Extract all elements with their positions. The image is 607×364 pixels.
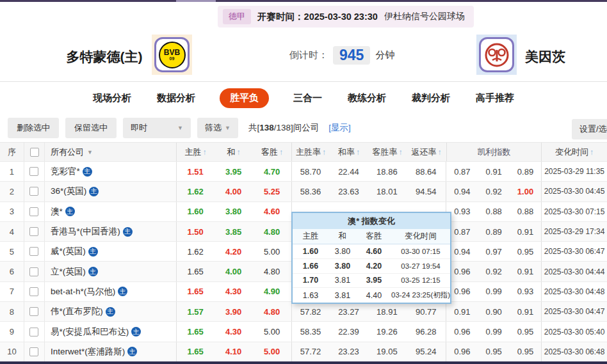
row-checkbox[interactable] — [29, 347, 38, 356]
tab-高手推荐[interactable]: 高手推荐 — [474, 88, 515, 108]
company-name[interactable]: 澳*主 — [45, 202, 176, 221]
league-badge: 德甲 — [223, 9, 251, 24]
header-return-rate[interactable]: 返还率↑ — [407, 143, 446, 161]
draw-odds: 3.80 — [214, 202, 253, 221]
select-all-checkbox[interactable] — [30, 148, 39, 157]
table-row: 1竞彩官*主1.513.954.7058.7022.4418.8688.640.… — [0, 162, 607, 182]
kelly-group: 0.940.970.95 — [446, 242, 541, 261]
top-window-strip — [0, 0, 607, 2]
delete-selected-button[interactable]: 删除选中 — [8, 118, 59, 138]
sort-asc-icon: ↑ — [237, 148, 241, 157]
show-link[interactable]: [显示] — [328, 122, 351, 134]
settings-button[interactable]: 设置/选择 — [572, 119, 607, 139]
tab-三合一[interactable]: 三合一 — [292, 88, 323, 108]
popup-title: 澳* 指数变化 — [293, 213, 450, 229]
company-name[interactable]: 竞彩官*主 — [45, 162, 176, 181]
odds-change-popup: 澳* 指数变化 主胜 和 客胜 变化时间 1.603.804.6003-30 0… — [291, 212, 451, 304]
header-draw-rate[interactable]: 和率↑ — [330, 143, 368, 161]
kelly-index-3: 0.95 — [510, 342, 541, 361]
away-win-odds: 4.70 — [253, 162, 291, 181]
header-company[interactable]: 所有公司 ▼ — [45, 143, 176, 161]
tab-裁判分析[interactable]: 裁判分析 — [410, 88, 451, 108]
draw-odds: 3.90 — [214, 302, 253, 321]
company-name[interactable]: 36*(英国)主 — [45, 182, 176, 201]
header-kelly-group: 凯利指数 — [446, 143, 541, 161]
instant-dropdown[interactable]: 即时 ▼ — [123, 118, 191, 138]
tab-教练分析[interactable]: 教练分析 — [346, 88, 387, 108]
keep-selected-button[interactable]: 保留选中 — [65, 118, 117, 138]
company-name[interactable]: 立*(英国)主 — [45, 262, 176, 281]
table-row: 9易*(安提瓜和巴布达)主1.654.305.0058.3522.3919.26… — [0, 322, 607, 342]
company-name[interactable]: 伟*(直布罗陀)主 — [45, 302, 176, 321]
row-checkbox[interactable] — [29, 287, 38, 296]
draw-rate: 22.44 — [329, 162, 368, 181]
table-row: 236*(英国)主1.624.005.2558.3623.6318.0194.5… — [0, 182, 607, 202]
away-win-odds: 5.00 — [253, 322, 291, 341]
company-name[interactable]: 易*(安提瓜和巴布达)主 — [45, 322, 176, 341]
tab-现场分析[interactable]: 现场分析 — [92, 88, 133, 108]
row-checkbox[interactable] — [29, 307, 38, 316]
row-checkbox[interactable] — [29, 207, 38, 216]
away-win-rate: 18.86 — [368, 162, 406, 181]
popup-row: 1.703.813.9503-25 12:15 — [293, 274, 450, 289]
draw-odds: 4.30 — [214, 282, 253, 301]
away-team-logo — [476, 35, 517, 75]
kelly-index-1: 0.87 — [446, 162, 478, 181]
away-win-rate: 19.05 — [368, 342, 406, 361]
countdown-label: 倒计时： — [289, 49, 328, 61]
row-checkbox[interactable] — [29, 227, 38, 236]
popup-change-time: 03-25 12:15 — [391, 276, 450, 284]
header-away-rate[interactable]: 客胜率↑ — [368, 143, 407, 161]
row-checkbox[interactable] — [29, 187, 38, 196]
chevron-down-icon: ▼ — [87, 149, 93, 155]
company-name[interactable]: 威*(英国)主 — [45, 242, 176, 261]
sort-asc-icon: ↑ — [590, 148, 594, 157]
header-home-win[interactable]: 主胜↑ — [176, 143, 214, 161]
header-checkbox[interactable] — [24, 143, 45, 161]
row-checkbox[interactable] — [29, 167, 38, 176]
row-seq: 10 — [0, 342, 24, 361]
home-badge-icon: 主 — [123, 227, 133, 237]
kelly-group: 0.870.890.91 — [446, 222, 541, 241]
company-count: 共[138/138]间公司 — [248, 122, 319, 134]
row-checkbox[interactable] — [29, 267, 38, 276]
tab-数据分析[interactable]: 数据分析 — [156, 88, 197, 108]
popup-away-odds: 3.95 — [357, 276, 391, 285]
home-team-name: 多特蒙德(主) — [60, 48, 149, 66]
away-win-rate: 18.91 — [368, 302, 406, 321]
header-change-time[interactable]: 变化时间↑ — [541, 143, 607, 161]
company-name[interactable]: Interwet*(塞浦路斯)主 — [45, 342, 176, 361]
home-badge-icon: 主 — [83, 167, 92, 177]
table-header-row: 序 所有公司 ▼ 主胜↑ 和↑ 客胜↑ 主胜率↑ 和率↑ 客胜率↑ 返还率↑ 凯… — [0, 142, 607, 162]
home-win-rate: 58.70 — [291, 162, 330, 181]
home-win-odds: 1.50 — [176, 222, 214, 241]
away-win-rate: 18.01 — [368, 182, 406, 201]
company-name[interactable]: bet-at-h*(马尔他)主 — [45, 282, 176, 301]
company-name[interactable]: 香港马*(中国香港)主 — [45, 222, 176, 241]
change-time: 2025-03-30 04:45 — [541, 182, 607, 201]
header-away-win[interactable]: 客胜↑ — [253, 143, 291, 161]
row-checkbox[interactable] — [29, 247, 38, 256]
kelly-index-2: 0.88 — [478, 202, 510, 221]
home-win-odds: 1.65 — [176, 262, 214, 281]
draw-rate: 23.27 — [329, 302, 368, 321]
row-checkbox[interactable] — [29, 328, 38, 336]
kelly-index-3: 0.89 — [510, 162, 541, 181]
filter-dropdown[interactable]: 筛选 ▼ — [197, 118, 238, 138]
header-home-rate[interactable]: 主胜率↑ — [291, 143, 330, 161]
tab-胜平负[interactable]: 胜平负 — [220, 88, 269, 108]
row-check-cell — [24, 182, 45, 201]
away-win-odds: 4.90 — [253, 282, 291, 301]
home-win-rate: 57.82 — [291, 302, 330, 321]
popup-body: 1.603.804.6003-30 07:151.663.804.2003-27… — [293, 244, 450, 303]
row-check-cell — [24, 222, 45, 241]
kelly-index-1: 0.96 — [446, 322, 478, 341]
popup-home-odds: 1.63 — [293, 291, 328, 300]
row-check-cell — [24, 162, 45, 181]
kelly-group: 0.910.900.91 — [446, 302, 541, 321]
popup-away-odds: 4.20 — [357, 262, 391, 271]
sort-asc-icon: ↑ — [203, 148, 207, 157]
away-team-name: 美因茨 — [525, 48, 565, 66]
header-draw[interactable]: 和↑ — [214, 143, 253, 161]
toolbar: 删除选中 保留选中 即时 ▼ 筛选 ▼ 共[138/138]间公司 [显示] 设… — [0, 114, 607, 142]
